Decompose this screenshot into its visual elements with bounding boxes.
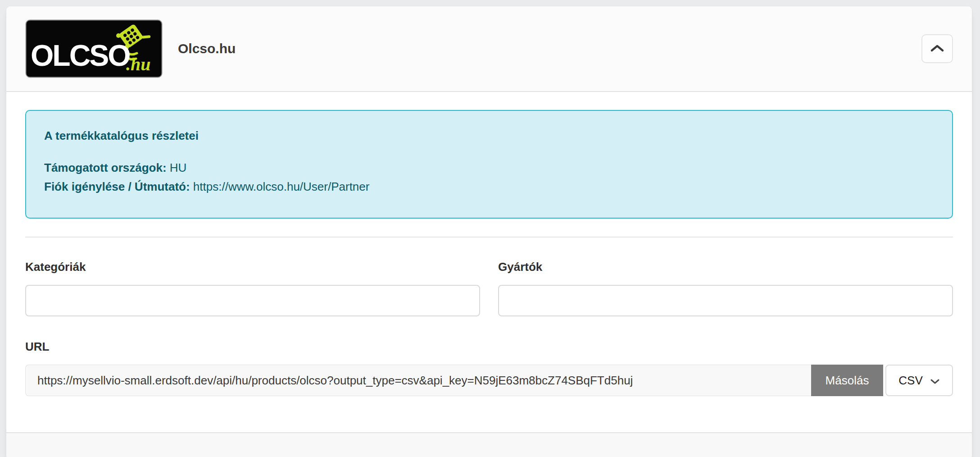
filters-row: Kategóriák Gyártók	[25, 260, 953, 316]
copy-button[interactable]: Másolás	[811, 365, 883, 396]
collapse-button[interactable]	[921, 34, 953, 63]
logo-word: OLCSO	[31, 39, 130, 72]
categories-field: Kategóriák	[25, 260, 480, 316]
catalog-info-box: A termékkatalógus részletei Támogatott o…	[25, 110, 953, 219]
supported-countries-line: Támogatott országok: HU	[44, 158, 934, 177]
categories-label: Kategóriák	[25, 260, 480, 274]
manufacturers-label: Gyártók	[498, 260, 953, 274]
url-input[interactable]	[25, 365, 811, 396]
url-group: Másolás CSV	[25, 365, 953, 396]
categories-input[interactable]	[25, 285, 480, 316]
account-request-label: Fiók igénylése / Útmutató:	[44, 180, 190, 193]
format-selected-value: CSV	[898, 374, 922, 388]
card-body: A termékkatalógus részletei Támogatott o…	[6, 92, 972, 432]
olcso-logo: OLCSO .hu	[25, 19, 163, 78]
olcso-card: OLCSO .hu Olcso.hu A termékkatalógus rés…	[6, 6, 972, 457]
account-request-url: https://www.olcso.hu/User/Partner	[193, 180, 370, 193]
card-header: OLCSO .hu Olcso.hu	[6, 6, 972, 92]
chevron-down-icon	[930, 374, 940, 388]
account-request-line: Fiók igénylése / Útmutató: https://www.o…	[44, 177, 934, 196]
page: OLCSO .hu Olcso.hu A termékkatalógus rés…	[0, 0, 980, 457]
logo-tld: .hu	[126, 54, 151, 74]
url-label: URL	[25, 340, 953, 354]
page-title: Olcso.hu	[178, 41, 236, 56]
supported-countries-value: HU	[170, 161, 187, 174]
url-section: URL Másolás CSV	[25, 340, 953, 396]
section-divider	[25, 237, 953, 238]
manufacturers-field: Gyártók	[498, 260, 953, 316]
supported-countries-label: Támogatott országok:	[44, 161, 167, 174]
info-heading: A termékkatalógus részletei	[44, 129, 934, 143]
card-footer	[6, 432, 972, 457]
manufacturers-input[interactable]	[498, 285, 953, 316]
format-select[interactable]: CSV	[885, 365, 953, 396]
chevron-up-icon	[930, 44, 944, 54]
